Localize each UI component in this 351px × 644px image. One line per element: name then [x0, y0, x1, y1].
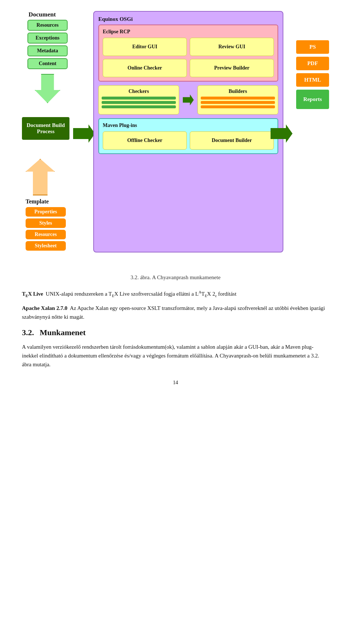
left-column: Document Resources Exceptions Metadata C…	[22, 11, 73, 106]
checkers-box: Checkers	[98, 85, 179, 115]
maven-box: Maven Plug-ins Offline Checker Document …	[98, 118, 278, 154]
review-gui-box: Review GUI	[190, 38, 274, 56]
diagram-caption: 3.2. ábra. A Chyavanprash munkamenete	[22, 274, 329, 281]
down-arrow	[35, 74, 60, 103]
eclipse-grid: Editor GUI Review GUI Online Checker Pre…	[103, 38, 274, 77]
properties-box: Properties	[26, 207, 66, 217]
pdf-box: PDF	[296, 57, 329, 70]
tex-live-section: TEX Live UNIX-alapú rendszereken a TEX L…	[22, 289, 329, 321]
checkers-to-builders-arrow	[183, 94, 194, 105]
document-builder-box: Document Builder	[190, 131, 274, 150]
section-body-paragraph: A valamilyen verziókezelő rendszerben tá…	[22, 342, 329, 369]
template-label: Template	[26, 198, 80, 205]
builder-line-2	[201, 101, 275, 104]
exceptions-box: Exceptions	[27, 33, 68, 44]
offline-checker-box: Offline Checker	[103, 131, 187, 150]
html-box: HTML	[296, 73, 329, 87]
resources-box: Resources	[27, 20, 68, 31]
up-arrow	[26, 159, 55, 195]
preview-builder-box: Preview Builder	[190, 59, 274, 77]
page-number: 14	[22, 380, 329, 386]
section-number: 3.2.	[22, 328, 34, 337]
build-process-box: Document Build Process	[22, 117, 69, 140]
apache-body: Az Apache Xalan egy open-source XSLT tra…	[22, 305, 325, 320]
diagram: Document Resources Exceptions Metadata C…	[22, 11, 329, 267]
right-outputs: PS PDF HTML Reports	[296, 40, 329, 109]
builder-line-1	[201, 97, 275, 100]
main-diagram: Equinox OSGi Eclipse RCP Editor GUI Revi…	[93, 11, 283, 252]
ps-box: PS	[296, 40, 329, 54]
builder-line-3	[201, 105, 275, 108]
checker-line-3	[102, 105, 176, 108]
resources-template-box: Resources	[26, 230, 66, 239]
apache-paragraph: Apache Xalan 2.7.0 Az Apache Xalan egy o…	[22, 304, 329, 321]
section-body-section: A valamilyen verziókezelő rendszerben tá…	[22, 342, 329, 369]
section-title: Munkamenet	[40, 328, 86, 337]
maven-label: Maven Plug-ins	[103, 123, 274, 128]
checkers-builders-row: Checkers Builders	[98, 85, 278, 115]
eclipse-label: Eclipse RCP	[103, 29, 274, 35]
document-label: Document	[29, 11, 56, 18]
content-box: Content	[27, 58, 68, 69]
checkers-label: Checkers	[102, 89, 176, 94]
arrow-to-main	[73, 124, 95, 143]
checker-line-1	[102, 97, 176, 100]
styles-box: Styles	[26, 218, 66, 228]
eclipse-rcp-box: Eclipse RCP Editor GUI Review GUI Online…	[98, 25, 278, 82]
reports-box: Reports	[296, 90, 329, 109]
builders-box: Builders	[197, 85, 278, 115]
online-checker-box: Online Checker	[103, 59, 187, 77]
equinox-label: Equinox OSGi	[98, 16, 278, 22]
stylesheet-box: Stylesheet	[26, 241, 66, 251]
builders-label: Builders	[201, 89, 275, 94]
maven-grid: Offline Checker Document Builder	[103, 131, 274, 150]
tex-live-heading: TEX Live	[22, 291, 43, 297]
section-heading: 3.2. Munkamenet	[22, 328, 329, 337]
template-section: Template Properties Styles Resources Sty…	[22, 159, 80, 252]
apache-heading: Apache Xalan 2.7.0	[22, 305, 67, 311]
checker-line-2	[102, 101, 176, 104]
editor-gui-box: Editor GUI	[103, 38, 187, 56]
tex-live-paragraph: TEX Live UNIX-alapú rendszereken a TEX L…	[22, 289, 329, 299]
metadata-box: Metadata	[27, 45, 68, 56]
